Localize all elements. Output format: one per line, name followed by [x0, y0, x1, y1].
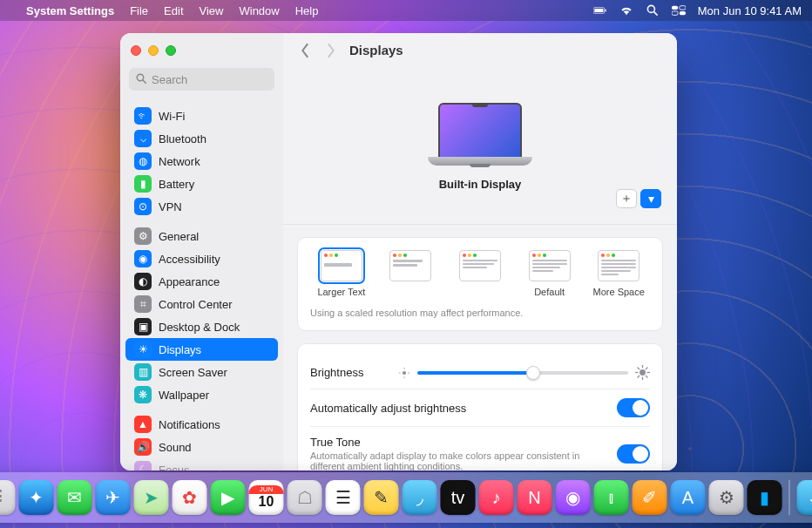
scale-option-default[interactable]: Default	[518, 250, 581, 297]
dock-app-appstore[interactable]: A	[671, 480, 706, 515]
scale-hint: Using a scaled resolution may affect per…	[310, 308, 650, 318]
dock-app-freeform[interactable]: ◞	[403, 480, 437, 515]
brightness-row: Brightness	[310, 356, 650, 389]
sidebar-item-displays[interactable]: ☀Displays	[125, 338, 278, 361]
search-input[interactable]	[129, 68, 274, 91]
svg-line-21	[638, 368, 640, 370]
sidebar-item-wallpaper[interactable]: ❋Wallpaper	[125, 383, 278, 406]
dock-app-calendar[interactable]: JUN10	[249, 480, 284, 515]
battery-icon[interactable]	[593, 3, 607, 17]
sidebar-item-desktop-dock[interactable]: ▣Desktop & Dock	[125, 315, 278, 338]
wifi-icon[interactable]	[619, 3, 633, 17]
dock-app-podcasts[interactable]: ◉	[556, 480, 591, 515]
sidebar-item-label: Notifications	[159, 418, 220, 431]
dock-app-numbers[interactable]: ⫾	[594, 480, 629, 515]
sidebar-item-label: General	[159, 230, 199, 243]
scale-thumb-icon	[529, 250, 571, 281]
sidebar-item-general[interactable]: ⚙General	[125, 225, 278, 247]
sidebar-item-accessibility[interactable]: ◉Accessibility	[125, 247, 278, 270]
sidebar-item-screensaver[interactable]: ▥Screen Saver	[125, 361, 278, 383]
display-options-button[interactable]: ▾	[640, 189, 661, 208]
brightness-card: Brightness Automatically adjust brightne…	[297, 343, 663, 470]
sidebar-item-bluetooth[interactable]: ⌵Bluetooth	[125, 127, 278, 150]
window-titlebar	[120, 33, 283, 68]
app-menu[interactable]: System Settings	[26, 4, 114, 17]
dock-app-settings[interactable]: ⚙	[709, 480, 744, 515]
sidebar-item-label: Appearance	[159, 275, 220, 288]
dock-app-contacts[interactable]: ☖	[288, 480, 322, 515]
sidebar-item-wifi[interactable]: ᯤWi-Fi	[125, 105, 278, 127]
menubar: System Settings File Edit View Window He…	[0, 0, 812, 21]
sidebar-item-battery[interactable]: ▮Battery	[125, 173, 278, 195]
system-settings-window: ᯤWi-Fi ⌵Bluetooth ◍Network ▮Battery ⊙VPN…	[120, 33, 677, 470]
calendar-month: JUN	[249, 485, 284, 494]
dock-app-news[interactable]: N	[518, 480, 552, 515]
auto-brightness-toggle[interactable]	[617, 398, 650, 417]
page-title: Displays	[349, 43, 403, 58]
calendar-day: 10	[259, 494, 274, 510]
scale-thumb-icon	[389, 250, 431, 281]
search-field-wrap	[129, 68, 274, 91]
back-button[interactable]	[297, 43, 313, 58]
dock-icon: ▣	[134, 318, 152, 335]
sidebar-item-vpn[interactable]: ⊙VPN	[125, 195, 278, 218]
vpn-icon: ⊙	[134, 198, 152, 215]
scale-label: Default	[534, 287, 565, 297]
dock-app-iphone-mirroring[interactable]: ▮	[748, 480, 782, 515]
scale-option-2[interactable]	[380, 250, 443, 287]
sidebar-item-label: Bluetooth	[159, 132, 206, 146]
appearance-icon: ◐	[134, 273, 152, 290]
svg-rect-6	[680, 6, 686, 10]
sidebar-item-label: Desktop & Dock	[159, 321, 240, 334]
sidebar-item-focus[interactable]: ☾Focus	[125, 458, 278, 470]
menu-window[interactable]: Window	[239, 4, 279, 17]
dock-app-safari[interactable]: ✦	[19, 480, 54, 515]
spotlight-icon[interactable]	[646, 3, 660, 17]
sidebar-item-label: Network	[159, 155, 200, 168]
menu-edit[interactable]: Edit	[164, 4, 183, 17]
svg-rect-1	[594, 9, 603, 12]
svg-line-23	[638, 376, 640, 378]
dock-app-launchpad[interactable]: ⠿	[0, 480, 16, 515]
truetone-label: True Tone	[310, 436, 589, 449]
dock-downloads[interactable]: ⬇	[797, 480, 813, 515]
svg-point-11	[403, 370, 406, 374]
control-center-icon[interactable]	[672, 3, 686, 17]
sidebar: ᯤWi-Fi ⌵Bluetooth ◍Network ▮Battery ⊙VPN…	[120, 33, 283, 470]
sidebar-item-control-center[interactable]: ⌗Control Center	[125, 293, 278, 315]
menu-help[interactable]: Help	[295, 4, 319, 17]
brightness-slider[interactable]	[417, 371, 628, 375]
dock-app-photos[interactable]: ✿	[173, 480, 207, 515]
dock-app-pages[interactable]: ✐	[633, 480, 667, 515]
scale-option-larger-text[interactable]: Larger Text	[310, 250, 373, 297]
scale-thumb-icon	[459, 250, 501, 281]
bell-icon: ▲	[134, 416, 152, 433]
dock-app-notes[interactable]: ✎	[364, 480, 399, 515]
dock-app-reminders[interactable]: ☰	[326, 480, 361, 515]
dock-app-mail[interactable]: ✈	[96, 480, 131, 515]
menu-view[interactable]: View	[200, 4, 224, 17]
zoom-button[interactable]	[166, 45, 176, 56]
svg-line-10	[143, 80, 146, 84]
minimize-button[interactable]	[148, 45, 159, 56]
scale-option-more-space[interactable]: More Space	[587, 250, 650, 297]
sidebar-item-network[interactable]: ◍Network	[125, 150, 278, 173]
menubar-clock[interactable]: Mon Jun 10 9:41 AM	[698, 4, 802, 17]
dock-app-tv[interactable]: tv	[441, 480, 476, 515]
close-button[interactable]	[131, 45, 141, 56]
add-display-button[interactable]: ＋	[616, 189, 637, 208]
wifi-icon: ᯤ	[134, 107, 152, 125]
sidebar-item-notifications[interactable]: ▲Notifications	[125, 413, 278, 436]
dock-app-facetime[interactable]: ▶	[211, 480, 246, 515]
menu-file[interactable]: File	[130, 4, 148, 17]
dock-app-maps[interactable]: ➤	[134, 480, 169, 515]
dock-app-messages[interactable]: ✉	[58, 480, 92, 515]
truetone-toggle[interactable]	[617, 444, 650, 464]
scale-option-3[interactable]	[449, 250, 511, 287]
sidebar-item-appearance[interactable]: ◐Appearance	[125, 270, 278, 293]
truetone-description: Automatically adapt display to make colo…	[310, 450, 589, 470]
svg-line-24	[646, 368, 648, 370]
sun-low-icon	[398, 367, 410, 379]
dock-app-music[interactable]: ♪	[479, 480, 514, 515]
sidebar-item-sound[interactable]: 🔊Sound	[125, 436, 278, 458]
